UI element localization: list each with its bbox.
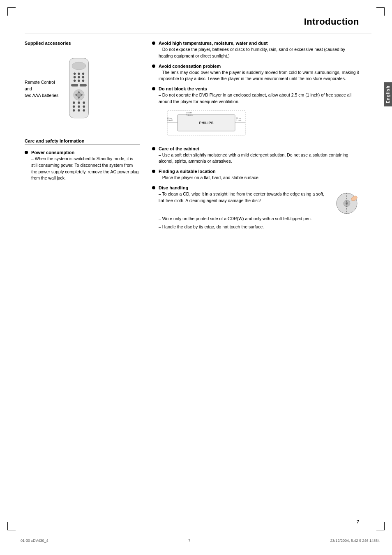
svg-point-19 bbox=[73, 101, 75, 104]
corner-mark-bl bbox=[7, 522, 16, 530]
disc-cleaning-svg bbox=[334, 191, 359, 216]
bullet-text-disc2: – Write only on the printed side of a CD… bbox=[159, 216, 359, 222]
bullet-text-disc1: – To clean a CD, wipe it in a straight l… bbox=[159, 191, 331, 216]
bullet-disc: Disc handling – To clean a CD, wipe it i… bbox=[152, 185, 359, 230]
bullet-title-location: Finding a suitable location bbox=[159, 169, 359, 174]
bottom-center-page: 7 bbox=[188, 539, 190, 543]
svg-point-23 bbox=[78, 106, 80, 108]
bottom-right-text: 23/12/2004, 5:42 9 246 14854 bbox=[330, 539, 380, 543]
page-title: Introduction bbox=[25, 16, 371, 27]
bullet-content-vents: Do not block the vents – Do not operate … bbox=[159, 86, 359, 142]
corner-mark-br bbox=[376, 522, 385, 530]
svg-point-27 bbox=[83, 109, 85, 112]
bullet-dot-location bbox=[152, 170, 155, 173]
remote-svg bbox=[65, 56, 93, 122]
svg-rect-12 bbox=[80, 84, 87, 87]
bullet-title-condensation: Avoid condensation problem bbox=[159, 64, 359, 69]
bullet-text-disc3: – Handle the disc by its edge, do not to… bbox=[159, 224, 359, 230]
bullet-title-vents: Do not block the vents bbox=[159, 86, 359, 91]
svg-point-9 bbox=[78, 79, 80, 82]
supplied-accessories-section: Supplied accessories Remote Control and … bbox=[25, 41, 140, 126]
bullet-dot-cabinet bbox=[152, 147, 155, 150]
bullet-content-power: Power consumption – When the system is s… bbox=[31, 150, 140, 182]
page-number: 7 bbox=[357, 519, 359, 524]
svg-point-5 bbox=[74, 76, 76, 78]
bullet-text-location: – Place the player on a flat, hard, and … bbox=[159, 175, 359, 181]
left-column: Supplied accessories Remote Control and … bbox=[25, 41, 140, 234]
bullet-condensation: Avoid condensation problem – The lens ma… bbox=[152, 64, 359, 83]
svg-point-1 bbox=[72, 62, 86, 70]
disc-handling-row: – To clean a CD, wipe it in a straight l… bbox=[159, 191, 359, 216]
svg-point-6 bbox=[78, 76, 80, 78]
right-column: Avoid high temperatures, moisture, water… bbox=[152, 41, 359, 234]
care-safety-header: Care and safety information bbox=[25, 138, 140, 145]
svg-point-20 bbox=[78, 101, 80, 104]
accessories-text: Remote Control and two AAA batteries bbox=[25, 79, 58, 99]
bullet-text-cabinet: – Use a soft cloth slightly moistened wi… bbox=[159, 152, 359, 165]
svg-point-2 bbox=[74, 73, 76, 75]
svg-point-3 bbox=[78, 73, 80, 75]
corner-mark-tr bbox=[376, 7, 385, 16]
bullet-title-cabinet: Care of the cabinet bbox=[159, 146, 359, 151]
bottom-bar: 01-30 xDV430_4 7 23/12/2004, 5:42 9 246 … bbox=[21, 539, 380, 543]
accessories-line1: Remote Control bbox=[25, 79, 58, 86]
supplied-accessories-header: Supplied accessories bbox=[25, 41, 140, 47]
philips-diagram: PHILIPS 2.5 cm (1 inch) 2.5 cm (1 inch) … bbox=[165, 108, 247, 137]
svg-text:(1 inch): (1 inch) bbox=[186, 114, 193, 116]
svg-point-18 bbox=[77, 93, 81, 97]
bullet-content-temp: Avoid high temperatures, moisture, water… bbox=[159, 41, 359, 60]
accessories-line2: and bbox=[25, 86, 58, 92]
care-safety-section: Care and safety information Power consum… bbox=[25, 138, 140, 182]
main-content: Supplied accessories Remote Control and … bbox=[25, 41, 371, 234]
bullet-title-power: Power consumption bbox=[31, 150, 140, 155]
bullet-content-condensation: Avoid condensation problem – The lens ma… bbox=[159, 64, 359, 83]
bullet-high-temp: Avoid high temperatures, moisture, water… bbox=[152, 41, 359, 60]
bullet-dot-condensation bbox=[152, 64, 155, 68]
bullet-power-consumption: Power consumption – When the system is s… bbox=[25, 150, 140, 182]
disc-image bbox=[334, 191, 359, 216]
title-rule bbox=[25, 34, 371, 34]
language-tab: English bbox=[384, 82, 392, 106]
svg-text:PHILIPS: PHILIPS bbox=[199, 121, 213, 125]
svg-point-25 bbox=[73, 109, 75, 112]
bullet-text-condensation: – The lens may cloud over when the playe… bbox=[159, 69, 359, 83]
accessories-line3: two AAA batteries bbox=[25, 92, 58, 99]
accessories-content: Remote Control and two AAA batteries bbox=[25, 52, 140, 126]
bullet-dot-temp bbox=[152, 41, 155, 45]
bullet-title-temp: Avoid high temperatures, moisture, water… bbox=[159, 41, 359, 46]
svg-point-4 bbox=[82, 73, 85, 75]
svg-point-7 bbox=[82, 76, 85, 78]
svg-text:(1 inch): (1 inch) bbox=[236, 119, 242, 121]
bottom-left-text: 01-30 xDV430_4 bbox=[21, 539, 48, 543]
bullet-text-vents: – Do not operate the DVD Player in an en… bbox=[159, 92, 359, 105]
bullet-text-temp: – Do not expose the player, batteries or… bbox=[159, 46, 359, 60]
svg-point-22 bbox=[73, 106, 75, 108]
page: English Introduction Supplied accessorie… bbox=[0, 0, 392, 555]
svg-point-26 bbox=[78, 109, 80, 112]
bullet-location: Finding a suitable location – Place the … bbox=[152, 169, 359, 181]
bullet-cabinet: Care of the cabinet – Use a soft cloth s… bbox=[152, 146, 359, 165]
bullet-content-location: Finding a suitable location – Place the … bbox=[159, 169, 359, 181]
svg-point-21 bbox=[83, 101, 85, 104]
svg-point-24 bbox=[83, 106, 85, 108]
svg-point-8 bbox=[74, 79, 76, 82]
corner-mark-tl bbox=[7, 7, 16, 16]
bullet-dot-vents bbox=[152, 87, 155, 90]
svg-text:(1 inch): (1 inch) bbox=[167, 119, 173, 121]
bullet-content-disc: Disc handling – To clean a CD, wipe it i… bbox=[159, 185, 359, 230]
bullet-dot-power bbox=[25, 151, 28, 154]
remote-illustration bbox=[65, 56, 93, 122]
bullet-title-disc: Disc handling bbox=[159, 185, 359, 190]
bullet-vents: Do not block the vents – Do not operate … bbox=[152, 86, 359, 142]
bullet-text-power: – When the system is switched to Standby… bbox=[31, 156, 140, 182]
bullet-dot-disc bbox=[152, 186, 155, 189]
svg-point-10 bbox=[82, 79, 85, 82]
bullet-content-cabinet: Care of the cabinet – Use a soft cloth s… bbox=[159, 146, 359, 165]
svg-rect-11 bbox=[71, 84, 78, 87]
